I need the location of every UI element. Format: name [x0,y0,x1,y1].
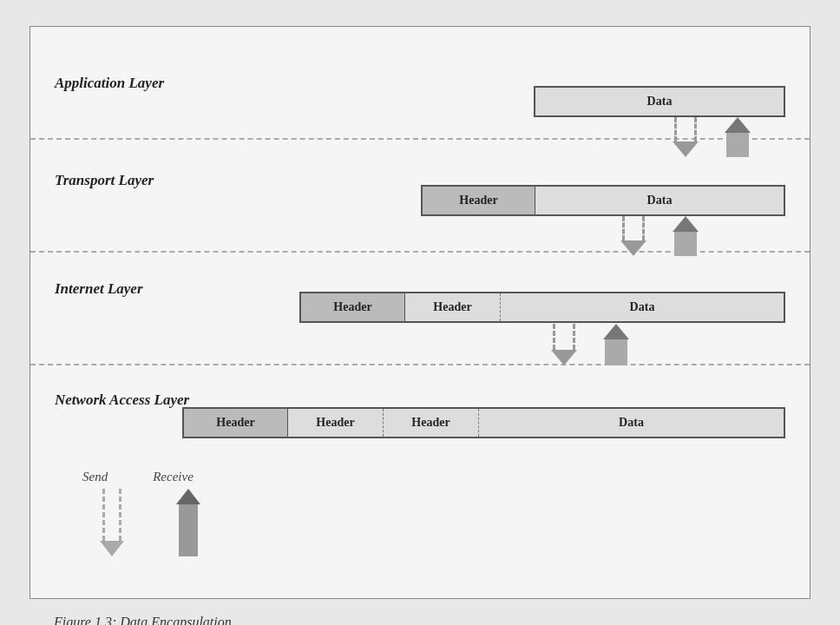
arrow-shaft-up [674,232,697,256]
layer-label-internet: Internet Layer [55,280,143,298]
segment-internet-header1: Header [301,293,405,321]
receive-label: Receive [153,470,194,484]
arrow-network-internet-up [603,324,629,365]
segment-internet-header2: Header [405,293,501,321]
arrow-head-up [725,117,751,133]
diagram-container: Application Layer Data Transport Layer H… [30,26,810,599]
segment-network-data: Data [479,409,784,437]
receive-arrow-head [176,489,200,504]
packet-application: Data [534,86,785,117]
arrow-head [673,141,699,157]
arrow-app-transport-down [673,117,699,157]
packet-transport: Header Data [421,185,785,216]
arrow-head-up [673,216,699,232]
send-arrow-shaft [102,489,121,541]
send-arrow-head [100,541,124,556]
segment-network-header1: Header [184,409,288,437]
arrow-shaft [674,117,697,141]
arrow-shaft [622,216,645,240]
arrow-head-up [603,324,629,339]
receive-arrow [176,489,200,556]
arrow-shaft-up [726,133,749,157]
send-label: Send [82,470,108,484]
receive-arrow-shaft [179,504,198,556]
arrow-internet-transport-up [673,216,699,256]
packet-network: Header Header Header Data [182,407,785,438]
layer-label-application: Application Layer [55,75,164,92]
arrow-head [620,240,646,256]
segment-network-header3: Header [384,409,479,437]
segment-network-header2: Header [288,409,384,437]
figure-caption: Figure 1.3: Data Encapsulation [54,615,232,625]
segment-internet-data: Data [501,293,784,321]
divider-internet-network [30,364,810,365]
layer-label-network: Network Access Layer [55,391,189,409]
arrow-transport-app-up [725,117,751,157]
arrow-transport-internet-down [620,216,646,256]
send-receive-section: Send Receive [82,470,194,484]
arrow-head [551,350,577,365]
arrow-shaft-up [605,339,627,365]
arrow-shaft [553,324,575,350]
layer-label-transport: Transport Layer [55,172,154,189]
segment-transport-data: Data [535,187,784,214]
arrow-internet-network-down [551,324,577,365]
send-arrow [100,489,124,556]
segment-app-data: Data [535,88,784,115]
packet-internet: Header Header Data [299,292,785,323]
segment-transport-header: Header [423,187,535,214]
